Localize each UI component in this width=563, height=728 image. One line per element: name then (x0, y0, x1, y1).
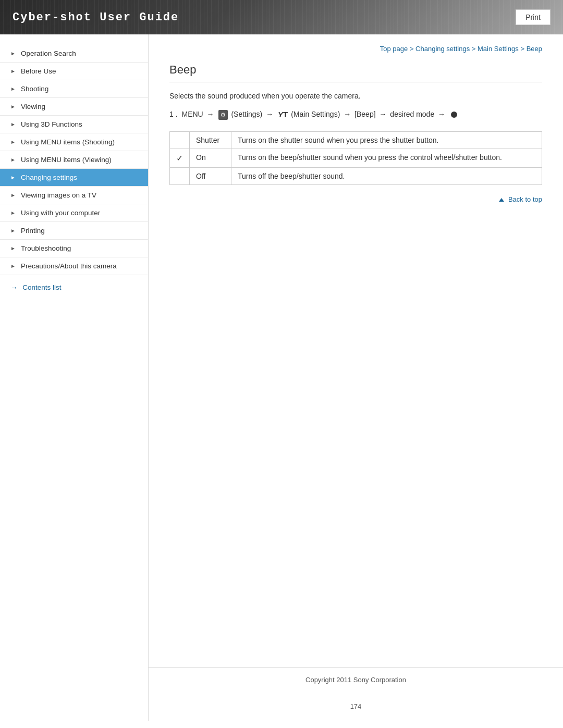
table-cell-option-2: Off (190, 168, 231, 185)
table-cell-option-1: On (190, 149, 231, 168)
page-title: Beep (169, 63, 542, 82)
step-number: 1 . (169, 110, 178, 118)
sidebar-item-10[interactable]: ►Printing (0, 222, 148, 240)
sidebar-item-2[interactable]: ►Shooting (0, 80, 148, 98)
app-title: Cyber-shot User Guide (13, 11, 179, 24)
table-cell-desc-2: Turns off the beep/shutter sound. (231, 168, 542, 185)
sidebar-item-9[interactable]: ►Using with your computer (0, 204, 148, 222)
bullet-circle-icon (451, 112, 457, 118)
breadcrumb-separator-1: > (410, 45, 415, 53)
sidebar-item-label-7: Changing settings (21, 174, 77, 181)
sidebar-item-1[interactable]: ►Before Use (0, 63, 148, 80)
table-row-0: Shutter Turns on the shutter sound when … (170, 132, 542, 149)
arrow-right-icon: → (10, 283, 18, 291)
sidebar-arrow-icon-0: ► (10, 51, 16, 56)
sidebar-arrow-icon-9: ► (10, 210, 16, 216)
sidebar-arrow-icon-10: ► (10, 228, 16, 233)
sidebar-item-label-11: Troubleshooting (21, 244, 71, 252)
sidebar-item-3[interactable]: ►Viewing (0, 98, 148, 116)
breadcrumb-main-settings[interactable]: Main Settings (478, 45, 519, 53)
contents-list-label: Contents list (22, 283, 61, 291)
sidebar-item-label-10: Printing (21, 227, 45, 235)
step-menu: MENU (181, 110, 205, 118)
sidebar-item-label-8: Viewing images on a TV (21, 191, 96, 199)
breadcrumb: Top page > Changing settings > Main Sett… (169, 45, 542, 53)
arrow-4: → (379, 110, 386, 118)
footer-area: Copyright 2011 Sony Corporation 174 (149, 667, 563, 721)
triangle-up-icon (499, 198, 504, 202)
header: Cyber-shot User Guide Print (0, 0, 563, 34)
sidebar-arrow-icon-4: ► (10, 121, 16, 127)
arrow-5: → (438, 110, 445, 118)
table-row-2: Off Turns off the beep/shutter sound. (170, 168, 542, 185)
sidebar: ►Operation Search►Before Use►Shooting►Vi… (0, 34, 149, 721)
breadcrumb-separator-2: > (472, 45, 478, 53)
arrow-2: → (266, 110, 273, 118)
contents-list-link[interactable]: → Contents list (10, 283, 62, 291)
settings-table: Shutter Turns on the shutter sound when … (169, 131, 542, 185)
main-layout: ►Operation Search►Before Use►Shooting►Vi… (0, 34, 563, 721)
table-cell-icon-0 (170, 132, 190, 149)
sidebar-item-5[interactable]: ►Using MENU items (Shooting) (0, 133, 148, 151)
sidebar-footer: → Contents list (0, 275, 148, 300)
sidebar-item-label-9: Using with your computer (21, 209, 100, 217)
content-wrapper: Top page > Changing settings > Main Sett… (149, 34, 563, 721)
sidebar-item-label-3: Viewing (21, 103, 45, 110)
sidebar-item-6[interactable]: ►Using MENU items (Viewing) (0, 151, 148, 169)
sidebar-item-label-2: Shooting (21, 85, 48, 93)
desired-mode: desired mode (390, 110, 434, 118)
sidebar-arrow-icon-11: ► (10, 245, 16, 251)
sidebar-arrow-icon-6: ► (10, 157, 16, 163)
sidebar-item-8[interactable]: ►Viewing images on a TV (0, 187, 148, 204)
table-cell-icon-2 (170, 168, 190, 185)
print-button[interactable]: Print (516, 9, 550, 25)
back-to-top-link[interactable]: Back to top (499, 195, 542, 203)
sidebar-item-11[interactable]: ►Troubleshooting (0, 240, 148, 257)
sidebar-item-label-0: Operation Search (21, 50, 76, 57)
page-description: Selects the sound produced when you oper… (169, 92, 542, 100)
sidebar-arrow-icon-3: ► (10, 104, 16, 109)
sidebar-item-label-4: Using 3D Functions (21, 120, 82, 128)
beep-bracket: [Beep] (354, 110, 375, 118)
sidebar-item-12[interactable]: ►Precautions/About this camera (0, 257, 148, 275)
sidebar-item-label-5: Using MENU items (Shooting) (21, 138, 115, 146)
page-number: 174 (149, 692, 563, 721)
sidebar-item-label-12: Precautions/About this camera (21, 262, 117, 270)
sidebar-arrow-icon-1: ► (10, 68, 16, 74)
main-settings-icon: YT (278, 108, 288, 121)
sidebar-item-7[interactable]: ►Changing settings (0, 169, 148, 187)
sidebar-arrow-icon-7: ► (10, 175, 16, 180)
table-cell-icon-1: ✓ (170, 149, 190, 168)
sidebar-arrow-icon-5: ► (10, 139, 16, 145)
arrow-3: → (344, 110, 351, 118)
sidebar-arrow-icon-12: ► (10, 263, 16, 269)
arrow-1: → (207, 110, 214, 118)
sidebar-item-label-6: Using MENU items (Viewing) (21, 156, 112, 164)
copyright: Copyright 2011 Sony Corporation (149, 667, 563, 692)
breadcrumb-separator-3: > (520, 45, 526, 53)
back-to-top-label: Back to top (508, 195, 542, 203)
table-cell-option-0: Shutter (190, 132, 231, 149)
settings-icon: ⚙ (218, 110, 228, 120)
settings-label: (Settings) (231, 110, 262, 118)
table-cell-desc-0: Turns on the shutter sound when you pres… (231, 132, 542, 149)
breadcrumb-top-page[interactable]: Top page (380, 45, 408, 53)
main-settings-label: (Main Settings) (291, 110, 340, 118)
table-cell-desc-1: Turns on the beep/shutter sound when you… (231, 149, 542, 168)
sidebar-arrow-icon-8: ► (10, 192, 16, 198)
step-instruction: 1 . MENU → ⚙ (Settings) → YT (Main Setti… (169, 108, 542, 121)
breadcrumb-changing-settings[interactable]: Changing settings (415, 45, 470, 53)
table-row-1: ✓ On Turns on the beep/shutter sound whe… (170, 149, 542, 168)
checkmark-icon-1: ✓ (176, 154, 183, 163)
breadcrumb-beep: Beep (527, 45, 542, 53)
back-to-top: Back to top (169, 195, 542, 203)
sidebar-arrow-icon-2: ► (10, 86, 16, 92)
sidebar-item-0[interactable]: ►Operation Search (0, 45, 148, 63)
sidebar-item-label-1: Before Use (21, 67, 56, 75)
main-content: Top page > Changing settings > Main Sett… (149, 34, 563, 667)
sidebar-item-4[interactable]: ►Using 3D Functions (0, 116, 148, 133)
